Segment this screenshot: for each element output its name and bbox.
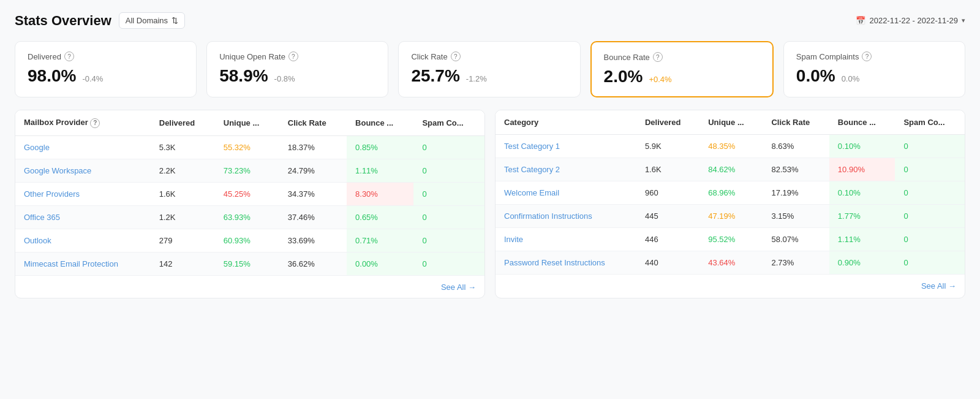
mailbox-spam-cell: 0 [413,135,484,159]
category-clickrate-cell: 17.19% [763,181,829,205]
category-spam-cell: 0 [895,205,965,228]
category-unique-cell: 95.52% [699,228,763,251]
category-name-link[interactable]: Password Reset Instructions [504,258,605,267]
mailbox-unique-cell: 60.93% [215,229,279,252]
mailbox-see-all-row: See All → [15,275,484,298]
category-spam-cell: 0 [895,228,965,251]
category-see-all-link[interactable]: See All → [921,281,956,291]
kpi-card-unique_open_rate: Unique Open Rate ? 58.9% -0.8% [206,41,388,97]
mailbox-clickrate-cell: 37.46% [279,205,347,229]
category-name-link[interactable]: Invite [504,235,523,244]
category-table-head: CategoryDeliveredUnique ...Click RateBou… [496,110,965,135]
mailbox-provider-link[interactable]: Google [24,143,50,152]
kpi-label-text-bounce_rate: Bounce Rate [604,53,650,62]
category-clickrate-cell: 3.15% [763,205,829,228]
mailbox-delivered-cell: 1.2K [151,205,215,229]
mailbox-clickrate-cell: 33.69% [279,229,347,252]
kpi-label-bounce_rate: Bounce Rate ? [604,52,760,62]
mailbox-delivered-cell: 1.6K [151,182,215,205]
kpi-label-text-delivered: Delivered [28,52,61,61]
mailbox-col-header-4: Bounce ... [347,110,413,135]
mailbox-unique-cell: 45.25% [215,182,279,205]
mailbox-provider-link[interactable]: Mimecast Email Protection [24,259,118,268]
help-icon-click_rate[interactable]: ? [451,51,461,61]
mailbox-bounce-cell: 0.00% [347,252,413,275]
category-name-cell: Welcome Email [496,181,636,205]
mailbox-clickrate-cell: 34.37% [279,182,347,205]
category-name-link[interactable]: Welcome Email [504,188,559,197]
kpi-label-text-click_rate: Click Rate [411,52,447,61]
mailbox-see-all-link[interactable]: See All → [441,283,476,292]
kpi-label-text-spam_complaints: Spam Complaints [796,52,859,61]
date-range-picker[interactable]: 📅 2022-11-22 - 2022-11-29 ▾ [856,16,965,25]
mailbox-col-header-5: Spam Co... [413,110,484,135]
category-spam-cell: 0 [895,251,965,275]
kpi-value-unique_open_rate: 58.9% [219,66,268,86]
category-col-header-1: Delivered [636,110,699,135]
category-name-cell: Invite [496,228,636,251]
mailbox-provider-link[interactable]: Other Providers [24,189,80,199]
calendar-icon: 📅 [856,16,865,25]
mailbox-bounce-cell: 1.11% [347,159,413,182]
tables-row: Mailbox Provider ?DeliveredUnique ...Cli… [15,110,965,298]
mailbox-table-head: Mailbox Provider ?DeliveredUnique ...Cli… [15,110,484,135]
mailbox-provider-link[interactable]: Outlook [24,236,51,245]
kpi-value-click_rate: 25.7% [411,66,459,86]
help-icon-delivered[interactable]: ? [64,51,74,61]
kpi-card-bounce_rate: Bounce Rate ? 2.0% +0.4% [590,41,774,97]
table-row: Google 5.3K 55.32% 18.37% 0.85% 0 [15,135,484,159]
category-delivered-cell: 960 [636,181,699,205]
mailbox-provider-link[interactable]: Office 365 [24,213,60,222]
category-unique-cell: 48.35% [699,135,763,158]
kpi-card-delivered: Delivered ? 98.0% -0.4% [15,41,197,97]
category-name-link[interactable]: Confirmation Instructions [504,211,592,221]
kpi-value-bounce_rate: 2.0% [604,67,643,86]
category-col-header-2: Unique ... [699,110,763,135]
kpi-label-unique_open_rate: Unique Open Rate ? [219,51,375,61]
mailbox-bounce-cell: 0.71% [347,229,413,252]
header: Stats Overview All Domains ⇅ 📅 2022-11-2… [15,12,965,29]
help-icon-bounce_rate[interactable]: ? [653,52,663,62]
category-name-link[interactable]: Test Category 1 [504,142,560,151]
table-row: Mimecast Email Protection 142 59.15% 36.… [15,252,484,275]
category-bounce-cell: 1.77% [829,205,895,228]
category-name-link[interactable]: Test Category 2 [504,165,560,174]
table-row: Other Providers 1.6K 45.25% 34.37% 8.30%… [15,182,484,205]
kpi-value-row-bounce_rate: 2.0% +0.4% [604,67,760,86]
category-clickrate-cell: 82.53% [763,158,829,181]
table-row: Google Workspace 2.2K 73.23% 24.79% 1.11… [15,159,484,182]
mailbox-spam-cell: 0 [413,205,484,229]
domain-select[interactable]: All Domains ⇅ [119,12,185,29]
mailbox-provider-table-card: Mailbox Provider ?DeliveredUnique ...Cli… [15,110,485,298]
kpi-delta-bounce_rate: +0.4% [649,75,671,84]
table-row: Welcome Email 960 68.96% 17.19% 0.10% 0 [496,181,965,205]
kpi-value-row-click_rate: 25.7% -1.2% [411,66,567,86]
table-row: Test Category 1 5.9K 48.35% 8.63% 0.10% … [496,135,965,158]
mailbox-delivered-cell: 279 [151,229,215,252]
category-col-header-0: Category [496,110,636,135]
mailbox-spam-cell: 0 [413,229,484,252]
table-row: Confirmation Instructions 445 47.19% 3.1… [496,205,965,228]
mailbox-provider-link[interactable]: Google Workspace [24,166,91,175]
table-row: Invite 446 95.52% 58.07% 1.11% 0 [496,228,965,251]
kpi-value-row-spam_complaints: 0.0% 0.0% [796,66,952,86]
category-bounce-cell: 0.10% [829,181,895,205]
help-icon-unique_open_rate[interactable]: ? [288,51,298,61]
mailbox-provider-table: Mailbox Provider ?DeliveredUnique ...Cli… [15,110,484,275]
mailbox-unique-cell: 59.15% [215,252,279,275]
chevron-down-icon: ▾ [962,17,965,25]
kpi-label-spam_complaints: Spam Complaints ? [796,51,952,61]
domain-select-icon: ⇅ [172,16,178,25]
domain-select-label: All Domains [126,16,168,25]
help-icon-mailbox-provider[interactable]: ? [90,118,100,128]
mailbox-provider-cell: Outlook [15,229,151,252]
help-icon-spam_complaints[interactable]: ? [862,51,872,61]
mailbox-col-header-0: Mailbox Provider ? [15,110,151,135]
category-col-header-4: Bounce ... [829,110,895,135]
mailbox-delivered-cell: 5.3K [151,135,215,159]
table-row: Office 365 1.2K 63.93% 37.46% 0.65% 0 [15,205,484,229]
category-spam-cell: 0 [895,135,965,158]
category-bounce-cell: 10.90% [829,158,895,181]
category-table-body: Test Category 1 5.9K 48.35% 8.63% 0.10% … [496,135,965,275]
kpi-delta-delivered: -0.4% [82,74,103,83]
